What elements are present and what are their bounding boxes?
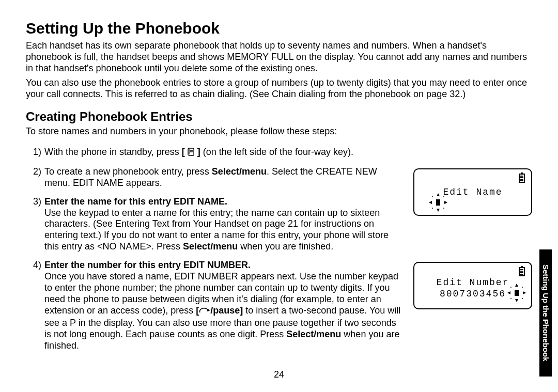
battery-icon [519, 174, 525, 183]
pause-key-label: [/pause] [196, 305, 243, 316]
page-number: 24 [26, 369, 532, 380]
step-3-text-b: when you are finished. [238, 241, 333, 252]
step-4-body: Enter the number for this entry EDIT NUM… [44, 260, 405, 352]
select-menu-label-2: Select/menu [183, 241, 238, 252]
step-1-body: With the phone in standby, press [ ] (on… [44, 147, 532, 159]
side-tab-label: Setting Up the Phonebook [539, 249, 552, 377]
step-2: 2) To create a new phonebook entry, pres… [26, 166, 405, 189]
lcd-edit-name: Edit Name [413, 168, 532, 216]
step-3-number: 3) [26, 196, 44, 253]
step-2-body: To create a new phonebook entry, press S… [44, 166, 405, 189]
step-4: 4) Enter the number for this entry EDIT … [26, 260, 405, 352]
step-1-text-b: (on the left side of the four-way key). [200, 147, 353, 157]
svg-point-7 [432, 208, 433, 209]
lcd-edit-name-text: Edit Name [414, 187, 531, 197]
step-1: 1) With the phone in standby, press [ ] … [26, 147, 532, 159]
step-1-number: 1) [26, 147, 44, 159]
svg-marker-2 [437, 209, 440, 212]
step-3-body: Enter the name for this entry EDIT NAME.… [44, 196, 405, 253]
step-3: 3) Enter the name for this entry EDIT NA… [26, 196, 405, 253]
redial-icon [199, 306, 210, 318]
intro-paragraph-1: Each handset has its own separate phoneb… [26, 40, 532, 74]
sub-intro: To store names and numbers in your phone… [26, 126, 532, 137]
step-2-text-a: To create a new phonebook entry, press [44, 166, 212, 177]
battery-icon [519, 267, 525, 276]
lcd-phone-number-text: 8007303456 [414, 289, 531, 299]
page-title: Setting Up the Phonebook [26, 20, 532, 37]
step-3-title: Enter the name for this entry EDIT NAME. [44, 196, 227, 207]
svg-rect-0 [436, 199, 440, 206]
svg-marker-3 [429, 201, 432, 204]
lcd-edit-number-text: Edit Number [414, 277, 531, 288]
step-1-text-a: With the phone in standby, press [44, 147, 182, 157]
step-4-title: Enter the number for this entry EDIT NUM… [44, 260, 251, 270]
select-menu-label-3: Select/menu [286, 329, 341, 339]
svg-marker-11 [515, 299, 518, 302]
lcd-edit-number: Edit Number 8007303456 [413, 262, 532, 309]
step-2-number: 2) [26, 166, 44, 189]
step-4-number: 4) [26, 260, 44, 352]
phonebook-key-label: [ ] [182, 147, 200, 157]
intro-paragraph-2: You can also use the phonebook entries t… [26, 77, 532, 100]
pause-key-text: /pause] [210, 305, 243, 316]
svg-marker-4 [444, 201, 447, 204]
phonebook-icon [188, 148, 195, 159]
svg-point-8 [443, 208, 444, 209]
subheading-creating-entries: Creating Phonebook Entries [26, 109, 532, 124]
select-menu-label: Select/menu [212, 166, 267, 177]
